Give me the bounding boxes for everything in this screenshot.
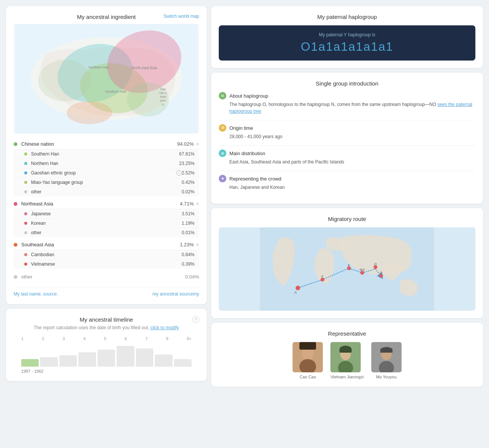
tbar-2[interactable]	[40, 357, 58, 367]
crowd-badge: ★	[219, 175, 226, 182]
about-title: About haplogroup	[229, 93, 268, 99]
mo-youyou-name: Mo Youyou	[371, 375, 402, 379]
crowd-title: Representing the crowd	[229, 176, 281, 182]
japanese-row: Japanese 3.51%	[14, 209, 199, 219]
tbar-3[interactable]	[59, 355, 77, 367]
timeline-help-icon[interactable]: ?	[192, 316, 199, 323]
svg-text:Northern Han: Northern Han	[89, 65, 109, 69]
right-column: My paternal haplogroup My paternal Y hap…	[211, 6, 483, 442]
rep-vietnam: Vietnam Jiarongzi	[330, 342, 363, 379]
haplogroup-subtitle: My paternal Y haplogroup is	[226, 32, 468, 37]
haplogroup-title: My paternal haplogroup	[219, 14, 475, 20]
svg-point-14	[67, 101, 112, 124]
northern-han-row: Northern Han 23.25%	[14, 159, 199, 168]
about-badge: O	[219, 92, 226, 100]
gaoshan-row: Gaoshan ethnic group i 2.52%	[14, 168, 199, 178]
distribution-title: Main distribution	[229, 151, 265, 156]
ancestral-ingredient-card: My ancestral ingredient Switch world map	[6, 6, 207, 304]
timeline-axis: 1 2 3 4 5 6 7 8 8+	[14, 336, 199, 341]
about-body: The haplogroup O, homologous to the hapl…	[219, 101, 475, 115]
northeast-chevron[interactable]: ∧	[196, 201, 199, 206]
svg-text:O: O	[374, 262, 377, 266]
single-group-title: Single group introduction	[219, 80, 475, 87]
svg-text:A: A	[294, 291, 297, 294]
timeline-bars	[21, 344, 192, 367]
southern-han-row: Southern Han 67.81%	[14, 149, 199, 159]
divider-2	[219, 145, 475, 146]
svg-text:han e: han e	[159, 91, 167, 95]
southeast-asia-row: Southeast Asia 1.23% ∧	[14, 240, 199, 250]
northeast-sub-rows: Japanese 3.51% Korean 1.19% other 0.01%	[14, 209, 199, 237]
left-column: My ancestral ingredient Switch world map	[6, 6, 207, 442]
origin-badge: ⏱	[219, 124, 226, 132]
other-row: other 0.04%	[14, 271, 199, 283]
divider-1	[219, 120, 475, 120]
vietnam-name: Vietnam Jiarongzi	[330, 375, 363, 379]
single-group-card: Single group introduction O About haplog…	[211, 73, 483, 204]
cao-cao-avatar	[293, 342, 323, 372]
ancestral-ingredient-title: My ancestral ingredient	[77, 14, 135, 20]
switch-map-button[interactable]: Switch world map	[164, 14, 199, 19]
svg-point-15	[38, 60, 91, 101]
migratory-title: Migratory route	[219, 216, 475, 222]
svg-text:Gao: Gao	[160, 87, 166, 91]
svg-text:North-east Asia: North-east Asia	[131, 66, 157, 70]
tbar-9[interactable]	[174, 359, 192, 367]
northeast-other-row: other 0.01%	[14, 228, 199, 237]
paternal-haplogroup-card: My paternal haplogroup My paternal Y hap…	[211, 6, 483, 68]
chinese-other-row: other 0.02%	[14, 187, 199, 196]
svg-text:NO: NO	[360, 268, 365, 272]
chinese-sub-rows: Southern Han 67.81% Northern Han 23.25% …	[14, 149, 199, 196]
haplogroup-box: My paternal Y haplogroup is O1a1a1a1a1a1	[219, 25, 475, 61]
svg-text:K: K	[348, 263, 350, 267]
vietnamese-row: Vietnamese 0.39%	[14, 260, 199, 269]
svg-text:Southern Han: Southern Han	[105, 90, 126, 93]
northeast-asia-row: Northeast Asia 4.71% ∧	[14, 199, 199, 209]
divider-3	[219, 171, 475, 171]
tbar-7[interactable]	[136, 348, 153, 367]
timeline-date-label: 1987 - 1962	[14, 369, 199, 373]
crowd-body: Han, Japanese and Korean	[219, 184, 475, 191]
haplogroup-value: O1a1a1a1a1a1	[226, 40, 468, 54]
tbar-6[interactable]	[117, 346, 134, 367]
svg-text:p: p	[162, 103, 164, 106]
tbar-5[interactable]	[98, 350, 115, 367]
mo-avatar	[371, 342, 402, 372]
surname-source-link[interactable]: My last name, source.	[14, 291, 58, 297]
cao-cao-name: Cao Cao	[293, 375, 323, 379]
chinese-chevron[interactable]: ∧	[196, 142, 199, 146]
svg-text:O: O	[380, 271, 382, 275]
distribution-item: ◎ Main distribution East Asia, Southeast…	[219, 149, 475, 165]
timeline-bar-area	[14, 344, 199, 367]
representative-card: Representative Cao Cao	[211, 323, 483, 387]
svg-text:thyic: thyic	[160, 95, 166, 98]
distribution-badge: ◎	[219, 149, 226, 157]
about-haplogroup-item: O About haplogroup The haplogroup O, hom…	[219, 92, 475, 115]
chinese-nation-row: Chinese nation 94.02% ∧	[14, 139, 199, 149]
tbar-1[interactable]	[21, 359, 39, 367]
timeline-title: My ancestral timeline	[80, 316, 133, 323]
chinese-pct: 94.02%	[177, 141, 194, 147]
rep-cao-cao: Cao Cao	[293, 342, 323, 379]
korean-row: Korean 1.19%	[14, 219, 199, 228]
tbar-4[interactable]	[78, 352, 96, 367]
chinese-nation-section: Chinese nation 94.02% ∧ Southern Han 67.…	[14, 139, 199, 196]
origin-title: Origin time	[229, 125, 253, 131]
tbar-8[interactable]	[155, 355, 172, 367]
northeast-asia-section: Northeast Asia 4.71% ∧ Japanese 3.51% Ko…	[14, 199, 199, 237]
timeline-header: My ancestral timeline ?	[14, 316, 199, 323]
modify-link[interactable]: click to modify	[150, 325, 179, 330]
crowd-item: ★ Representing the crowd Han, Japanese a…	[219, 175, 475, 191]
ancestry-map: North-east Asia Northern Han Southern Ha…	[14, 24, 199, 134]
miao-yao-row: Miao-Yao language group 0.42%	[14, 178, 199, 187]
ancestral-source-link[interactable]: my ancestral sourcemy	[153, 291, 199, 297]
chinese-dot	[14, 142, 17, 146]
vietnam-avatar	[330, 342, 361, 372]
gaoshan-info-icon[interactable]: i	[176, 170, 182, 176]
svg-point-17	[296, 286, 300, 290]
footer-links: My last name, source. my ancestral sourc…	[14, 287, 199, 297]
svg-rect-32	[299, 342, 316, 350]
southeast-chevron[interactable]: ∧	[196, 242, 199, 247]
migratory-route-card: Migratory route	[211, 208, 483, 318]
southeast-sub-rows: Cambodian 0.84% Vietnamese 0.39%	[14, 250, 199, 269]
